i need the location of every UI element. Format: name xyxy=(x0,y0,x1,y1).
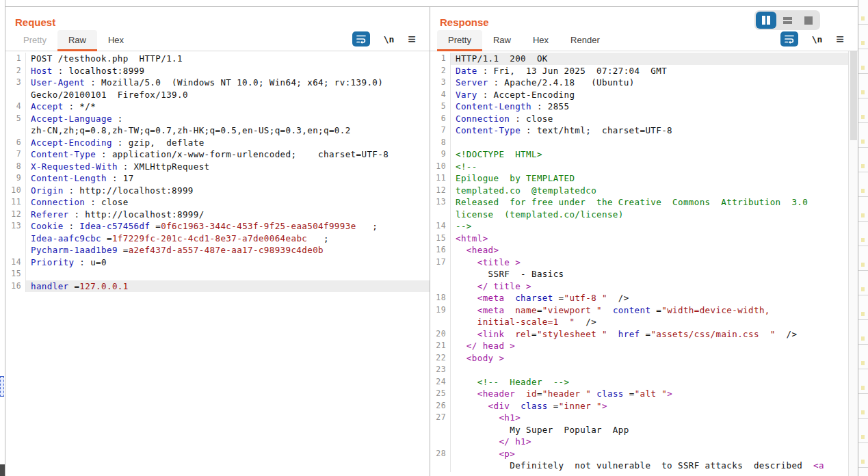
code-line[interactable]: 13Cookie : Idea-c57456df =0f6c1963-344c-… xyxy=(5,220,430,256)
code-line[interactable]: 7Content-Type : text/html; charset=UTF-8 xyxy=(430,124,848,137)
line-number: 2 xyxy=(430,65,451,77)
code-line[interactable]: 24 <!-- Header --> xyxy=(430,376,848,388)
line-number: 1 xyxy=(430,53,451,65)
edge-right-strip xyxy=(858,0,868,476)
line-number: 19 xyxy=(430,304,451,328)
line-number: 23 xyxy=(430,364,451,376)
line-number: 6 xyxy=(430,113,451,125)
scrollbar-thumb[interactable] xyxy=(850,51,857,140)
line-number: 5 xyxy=(430,101,451,113)
line-number: 27 xyxy=(430,412,451,448)
newline-toggle[interactable]: \n xyxy=(384,34,395,44)
response-tab-hex[interactable]: Hex xyxy=(522,30,560,51)
menu-icon[interactable]: ≡ xyxy=(836,34,844,44)
line-number: 3 xyxy=(430,77,451,89)
newline-toggle[interactable]: \n xyxy=(812,34,823,44)
request-panel: Request Pretty Raw Hex xyxy=(5,7,430,476)
line-number: 26 xyxy=(430,400,451,412)
code-line[interactable]: 14--> xyxy=(430,220,848,233)
request-tabs: Pretty Raw Hex xyxy=(12,30,135,51)
code-line[interactable]: 7Content-Type : application/x-www-form-u… xyxy=(5,148,430,161)
code-line[interactable]: 27 <h1> My Super Popular App </ h1> xyxy=(430,412,848,448)
word-wrap-icon[interactable] xyxy=(352,31,370,47)
line-number: 7 xyxy=(430,124,451,137)
layout-two-rows-icon[interactable] xyxy=(777,12,798,29)
code-line[interactable]: 12Referer : http://localhost:8999/ xyxy=(5,209,430,221)
response-tabs: Pretty Raw Hex Render xyxy=(437,30,611,51)
code-line[interactable]: 18 <meta charset ="utf-8 " /> xyxy=(430,292,848,304)
word-wrap-icon[interactable] xyxy=(780,31,798,47)
response-tab-render[interactable]: Render xyxy=(560,30,611,51)
code-line[interactable]: 15<html> xyxy=(430,233,848,245)
code-line[interactable]: 2Date : Fri, 13 Jun 2025 07:27:04 GMT xyxy=(430,65,848,77)
response-editor[interactable]: 1HTTP/1.1 200 OK2Date : Fri, 13 Jun 2025… xyxy=(430,51,848,476)
code-line[interactable]: 9Content-Length : 17 xyxy=(5,172,430,185)
code-line[interactable]: 28 <p> Definitely not vulnerable to SSRF… xyxy=(430,448,848,472)
code-line[interactable]: 6Accept-Encoding : gzip, deflate xyxy=(5,137,430,149)
code-line[interactable]: 19 <meta name="viewport " content ="widt… xyxy=(430,304,848,328)
code-line[interactable]: 3Server : Apache/2.4.18 (Ubuntu) xyxy=(430,77,848,89)
code-line[interactable]: 9<!DOCTYPE HTML> xyxy=(430,148,848,161)
layout-two-columns-icon[interactable] xyxy=(756,12,776,29)
code-line[interactable]: 8 xyxy=(430,137,848,149)
code-line[interactable]: 10Origin : http://localhost:8999 xyxy=(5,185,430,197)
code-line[interactable]: 16 <head> xyxy=(430,244,848,256)
code-line[interactable]: 12templated.co @templatedco xyxy=(430,185,848,197)
request-tab-hex[interactable]: Hex xyxy=(97,30,135,51)
line-number: 14 xyxy=(5,256,26,269)
response-scrollbar[interactable] xyxy=(848,51,858,476)
code-line[interactable]: 11Connection : close xyxy=(5,196,430,209)
response-panel: Response Pretty Raw Hex Render xyxy=(430,7,858,476)
line-number: 28 xyxy=(430,448,451,472)
line-number: 1 xyxy=(5,53,26,65)
code-line[interactable]: 26 <div class ="inner "> xyxy=(430,400,848,412)
code-line[interactable]: 6Connection : close xyxy=(430,113,848,125)
response-tab-pretty[interactable]: Pretty xyxy=(437,30,482,51)
edge-icon-fragment xyxy=(0,376,4,397)
code-line[interactable]: 3User-Agent : Mozilla/5.0 (Windows NT 10… xyxy=(5,77,430,101)
request-tab-pretty[interactable]: Pretty xyxy=(12,30,57,51)
line-number: 2 xyxy=(5,65,26,77)
code-line[interactable]: 10<!-- xyxy=(430,161,848,173)
line-number: 12 xyxy=(430,185,451,197)
code-line[interactable]: 20 <link rel="stylesheet " href ="assets… xyxy=(430,328,848,341)
line-number: 25 xyxy=(430,388,451,400)
line-number: 24 xyxy=(430,376,451,388)
code-line[interactable]: 1HTTP/1.1 200 OK xyxy=(430,53,848,65)
code-line[interactable]: 25 <header id="header " class ="alt "> xyxy=(430,388,848,400)
line-number: 9 xyxy=(430,148,451,161)
code-line[interactable]: 21 </ head > xyxy=(430,340,848,352)
code-line[interactable]: 5Accept-Language : zh-CN,zh;q=0.8,zh-TW;… xyxy=(5,113,430,137)
line-number: 13 xyxy=(5,220,26,256)
code-line[interactable]: 8X-Requested-With : XMLHttpRequest xyxy=(5,161,430,173)
code-line[interactable]: 13Released for free under the Creative C… xyxy=(430,196,848,220)
line-number: 15 xyxy=(430,233,451,245)
line-number: 10 xyxy=(5,185,26,197)
code-line[interactable]: 22 <body > xyxy=(430,352,848,365)
request-tab-raw[interactable]: Raw xyxy=(57,30,97,51)
response-tab-raw[interactable]: Raw xyxy=(482,30,522,51)
request-title: Request xyxy=(15,16,430,28)
code-line[interactable]: 23 xyxy=(430,364,848,376)
line-number: 6 xyxy=(5,137,26,149)
request-editor[interactable]: 1POST /testhook.php HTTP/1.12Host : loca… xyxy=(5,51,430,476)
line-number: 11 xyxy=(5,196,26,209)
layout-single-pane-icon[interactable] xyxy=(798,12,819,29)
line-number: 4 xyxy=(5,101,26,113)
code-line[interactable]: 2Host : localhost:8999 xyxy=(5,65,430,77)
line-number: 9 xyxy=(5,172,26,185)
code-line[interactable]: 17 <title > SSRF - Basics </ title > xyxy=(430,256,848,293)
code-line[interactable]: 15 xyxy=(5,268,430,280)
code-line[interactable]: 5Content-Length : 2855 xyxy=(430,101,848,113)
burp-message-editor: Request Pretty Raw Hex xyxy=(0,0,868,476)
menu-icon[interactable]: ≡ xyxy=(408,34,416,44)
code-line[interactable]: 11Epilogue by TEMPLATED xyxy=(430,172,848,185)
line-number: 4 xyxy=(430,89,451,101)
code-line[interactable]: 4Vary : Accept-Encoding xyxy=(430,89,848,101)
code-line[interactable]: 16handler =127.0.0.1 xyxy=(5,280,430,293)
code-line[interactable]: 14Priority : u=0 xyxy=(5,256,430,269)
line-number: 16 xyxy=(5,280,26,293)
layout-toggle-group xyxy=(754,10,820,30)
code-line[interactable]: 4Accept : */* xyxy=(5,101,430,113)
code-line[interactable]: 1POST /testhook.php HTTP/1.1 xyxy=(5,53,430,65)
